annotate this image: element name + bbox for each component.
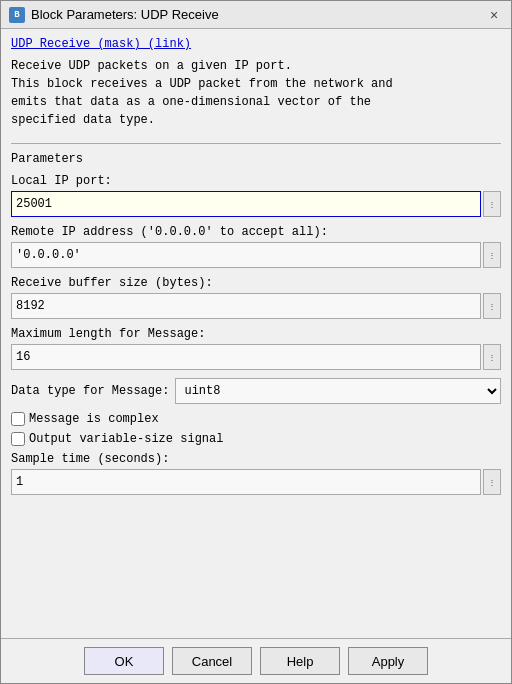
content-area: UDP Receive (mask) (link) Receive UDP pa…: [1, 29, 511, 638]
data-type-row: Data type for Message: uint8 int8 uint16…: [11, 378, 501, 404]
apply-button[interactable]: Apply: [348, 647, 428, 675]
section-parameters: Parameters: [11, 152, 501, 166]
buffer-size-ellipsis-button[interactable]: ⋮: [483, 293, 501, 319]
local-ip-port-input[interactable]: [11, 191, 481, 217]
buffer-size-row: ⋮: [11, 293, 501, 319]
local-ip-port-ellipsis-button[interactable]: ⋮: [483, 191, 501, 217]
buffer-size-input[interactable]: [11, 293, 481, 319]
help-button[interactable]: Help: [260, 647, 340, 675]
window-title: Block Parameters: UDP Receive: [31, 7, 479, 22]
max-length-label: Maximum length for Message:: [11, 327, 501, 341]
header-link[interactable]: UDP Receive (mask) (link): [11, 37, 501, 51]
sample-time-ellipsis-button[interactable]: ⋮: [483, 469, 501, 495]
description-block: Receive UDP packets on a given IP port. …: [11, 57, 501, 129]
separator-1: [11, 143, 501, 144]
sample-time-label: Sample time (seconds):: [11, 452, 501, 466]
desc-line2: This block receives a UDP packet from th…: [11, 75, 501, 93]
output-variable-checkbox[interactable]: [11, 432, 25, 446]
local-ip-port-label: Local IP port:: [11, 174, 501, 188]
data-type-select[interactable]: uint8 int8 uint16 int16 uint32 int32 sin…: [175, 378, 501, 404]
cancel-button[interactable]: Cancel: [172, 647, 252, 675]
msg-complex-label: Message is complex: [29, 412, 159, 426]
main-window: B Block Parameters: UDP Receive × UDP Re…: [0, 0, 512, 684]
remote-ip-input[interactable]: [11, 242, 481, 268]
desc-line4: specified data type.: [11, 111, 501, 129]
output-variable-label: Output variable-size signal: [29, 432, 223, 446]
data-type-label: Data type for Message:: [11, 384, 169, 398]
ok-button[interactable]: OK: [84, 647, 164, 675]
max-length-input[interactable]: [11, 344, 481, 370]
remote-ip-label: Remote IP address ('0.0.0.0' to accept a…: [11, 225, 501, 239]
close-button[interactable]: ×: [485, 6, 503, 24]
msg-complex-checkbox[interactable]: [11, 412, 25, 426]
titlebar: B Block Parameters: UDP Receive ×: [1, 1, 511, 29]
local-ip-port-row: ⋮: [11, 191, 501, 217]
window-icon: B: [9, 7, 25, 23]
sample-time-input[interactable]: [11, 469, 481, 495]
max-length-ellipsis-button[interactable]: ⋮: [483, 344, 501, 370]
remote-ip-ellipsis-button[interactable]: ⋮: [483, 242, 501, 268]
msg-complex-row: Message is complex: [11, 412, 501, 426]
remote-ip-row: ⋮: [11, 242, 501, 268]
sample-time-row: ⋮: [11, 469, 501, 495]
buffer-size-label: Receive buffer size (bytes):: [11, 276, 501, 290]
max-length-row: ⋮: [11, 344, 501, 370]
desc-line1: Receive UDP packets on a given IP port.: [11, 57, 501, 75]
footer: OK Cancel Help Apply: [1, 638, 511, 683]
desc-line3: emits that data as a one-dimensional vec…: [11, 93, 501, 111]
output-variable-row: Output variable-size signal: [11, 432, 501, 446]
